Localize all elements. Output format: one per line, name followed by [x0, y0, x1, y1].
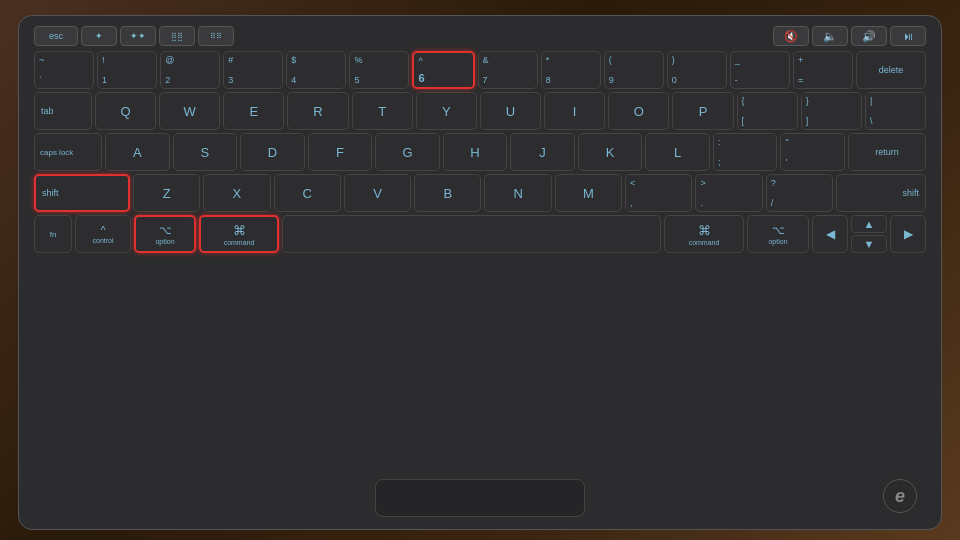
key-u[interactable]: U: [480, 92, 541, 130]
tb-play[interactable]: ⏯: [890, 26, 926, 46]
key-1[interactable]: ! 1: [97, 51, 157, 89]
tb-vol-down[interactable]: 🔈: [812, 26, 848, 46]
key-minus[interactable]: _ -: [730, 51, 790, 89]
key-p[interactable]: P: [672, 92, 733, 130]
key-3[interactable]: # 3: [223, 51, 283, 89]
key-comma[interactable]: < ,: [625, 174, 692, 212]
key-i[interactable]: I: [544, 92, 605, 130]
number-row: ~ ` ! 1 @ 2 # 3 $ 4 % 5: [34, 51, 926, 89]
key-period[interactable]: > .: [695, 174, 762, 212]
tb-brightness-up[interactable]: ✦✦: [120, 26, 156, 46]
key-g[interactable]: G: [375, 133, 440, 171]
key-f[interactable]: F: [308, 133, 373, 171]
key-h[interactable]: H: [443, 133, 508, 171]
key-o[interactable]: O: [608, 92, 669, 130]
tb-vol-up[interactable]: 🔊: [851, 26, 887, 46]
key-r[interactable]: R: [287, 92, 348, 130]
key-space[interactable]: [282, 215, 661, 253]
key-e[interactable]: E: [223, 92, 284, 130]
key-5[interactable]: % 5: [349, 51, 409, 89]
key-command-right[interactable]: ⌘ command: [664, 215, 744, 253]
key-d[interactable]: D: [240, 133, 305, 171]
engadget-logo: e: [883, 479, 917, 513]
key-k[interactable]: K: [578, 133, 643, 171]
key-arrow-up[interactable]: ▲: [851, 215, 887, 233]
key-7[interactable]: & 7: [478, 51, 538, 89]
key-tab[interactable]: tab: [34, 92, 92, 130]
key-s[interactable]: S: [173, 133, 238, 171]
tb-mute[interactable]: 🔇: [773, 26, 809, 46]
tb-launchpad[interactable]: ⠿⠿: [198, 26, 234, 46]
key-bracket-right[interactable]: } ]: [801, 92, 862, 130]
key-shift-left[interactable]: shift: [34, 174, 130, 212]
key-b[interactable]: B: [414, 174, 481, 212]
key-shift-right[interactable]: shift: [836, 174, 926, 212]
key-c[interactable]: C: [274, 174, 341, 212]
key-bracket-left[interactable]: { [: [737, 92, 798, 130]
key-option-right[interactable]: ⌥ option: [747, 215, 809, 253]
zxcv-row: shift Z X C V B N M < , > . ? / shift: [34, 174, 926, 212]
key-arrow-down[interactable]: ▼: [851, 235, 887, 253]
key-control[interactable]: ^ control: [75, 215, 131, 253]
key-backslash[interactable]: | \: [865, 92, 926, 130]
tb-mission[interactable]: ⣿⣿: [159, 26, 195, 46]
key-a[interactable]: A: [105, 133, 170, 171]
key-y[interactable]: Y: [416, 92, 477, 130]
key-command-left[interactable]: ⌘ command: [199, 215, 279, 253]
key-2[interactable]: @ 2: [160, 51, 220, 89]
key-delete[interactable]: delete: [856, 51, 926, 89]
key-8[interactable]: * 8: [541, 51, 601, 89]
key-arrow-left[interactable]: ◀: [812, 215, 848, 253]
key-4[interactable]: $ 4: [286, 51, 346, 89]
key-quote[interactable]: " ': [780, 133, 845, 171]
bottom-row: fn ^ control ⌥ option ⌘ command ⌘ comman…: [34, 215, 926, 253]
key-9[interactable]: ( 9: [604, 51, 664, 89]
asdf-row: caps lock A S D F G H J K L : ; " ' retu…: [34, 133, 926, 171]
key-w[interactable]: W: [159, 92, 220, 130]
key-z[interactable]: Z: [133, 174, 200, 212]
key-t[interactable]: T: [352, 92, 413, 130]
trackpad[interactable]: [375, 479, 585, 517]
key-arrow-right[interactable]: ▶: [890, 215, 926, 253]
key-return[interactable]: return: [848, 133, 926, 171]
esc-key[interactable]: esc: [34, 26, 78, 46]
key-6[interactable]: ^ 6: [412, 51, 474, 89]
tb-brightness-down[interactable]: ✦: [81, 26, 117, 46]
key-equals[interactable]: + =: [793, 51, 853, 89]
key-m[interactable]: M: [555, 174, 622, 212]
qwerty-row: tab Q W E R T Y U I O P { [ } ] | \: [34, 92, 926, 130]
key-j[interactable]: J: [510, 133, 575, 171]
key-fn[interactable]: fn: [34, 215, 72, 253]
key-q[interactable]: Q: [95, 92, 156, 130]
key-caps-lock[interactable]: caps lock: [34, 133, 102, 171]
key-tilde[interactable]: ~ `: [34, 51, 94, 89]
key-l[interactable]: L: [645, 133, 710, 171]
key-slash[interactable]: ? /: [766, 174, 833, 212]
key-x[interactable]: X: [203, 174, 270, 212]
key-v[interactable]: V: [344, 174, 411, 212]
key-0[interactable]: ) 0: [667, 51, 727, 89]
key-n[interactable]: N: [484, 174, 551, 212]
key-option-left[interactable]: ⌥ option: [134, 215, 196, 253]
key-semicolon[interactable]: : ;: [713, 133, 778, 171]
